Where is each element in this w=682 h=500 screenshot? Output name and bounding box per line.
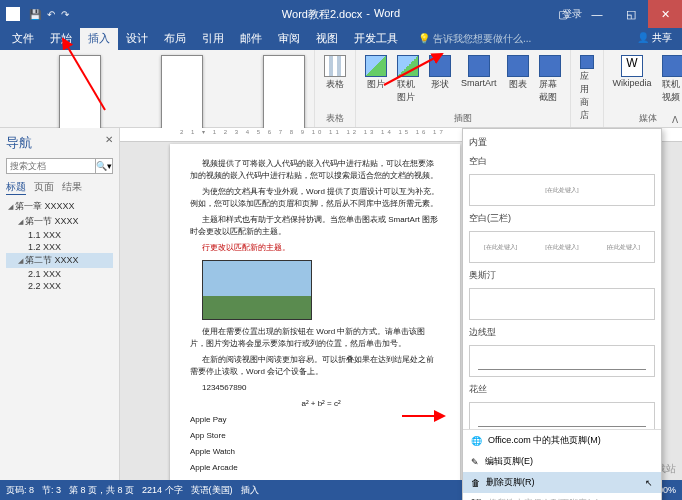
group-tables-label: 表格 (326, 112, 344, 127)
list-item: App Store (190, 430, 440, 442)
nav-tree-item[interactable]: 1.1 XXX (6, 229, 113, 241)
gallery-item-label: 边线型 (469, 323, 655, 342)
tab-home[interactable]: 开始 (42, 28, 80, 50)
paragraph: 使用在需要位置出现的新按钮在 Word 中新的方式。请单击该图片，图片旁边将会显… (190, 326, 440, 350)
gallery-item-blank3[interactable]: [在此处键入][在此处键入][在此处键入] (469, 231, 655, 263)
nav-tree-item[interactable]: ◢第二节 XXXX (6, 253, 113, 268)
gallery-item-filigree[interactable] (469, 402, 655, 429)
chart-button[interactable]: 图表 (504, 54, 532, 92)
minimize-button[interactable]: — (580, 0, 614, 28)
wikipedia-button[interactable]: WWikipedia (610, 54, 655, 89)
cursor-icon: ↖ (645, 478, 653, 488)
navigation-pane: ✕ 导航 🔍▾ 标题 页面 结果 ◢第一章 XXXXX ◢第一节 XXXX 1.… (0, 128, 120, 500)
gallery-item-label: 空白(三栏) (469, 209, 655, 228)
tab-design[interactable]: 设计 (118, 28, 156, 50)
nav-tab-pages[interactable]: 页面 (34, 180, 54, 195)
maximize-button[interactable]: ◱ (614, 0, 648, 28)
shapes-button[interactable]: 形状 (426, 54, 454, 92)
paragraph: 为使您的文档具有专业外观，Word 提供了页眉设计可以互为补充。例如，您可以添加… (190, 186, 440, 210)
paragraph: 行更改以匹配新的主题。 (190, 242, 440, 254)
title-bar: 💾↶↷ Word教程2.docx - Word 登录 ▢ — ◱ ✕ (0, 0, 682, 28)
gallery-edit-footer[interactable]: ✎编辑页脚(E) (463, 451, 661, 472)
gallery-more-office[interactable]: 🌐Office.com 中的其他页脚(M) (463, 430, 661, 451)
tab-review[interactable]: 审阅 (270, 28, 308, 50)
list-item: Apple Pay (190, 414, 440, 426)
inline-image[interactable] (202, 260, 312, 320)
nav-tree-item[interactable]: 2.2 XXX (6, 280, 113, 292)
tab-references[interactable]: 引用 (194, 28, 232, 50)
gallery-item-sideline[interactable] (469, 345, 655, 377)
collapse-ribbon-icon[interactable]: ᐱ (672, 115, 678, 125)
gallery-item-label: 空白 (469, 152, 655, 171)
paragraph: 视频提供了可将嵌入人代码的嵌入代码中进行粘贴，可以在想要添加的视频的嵌入代码中进… (190, 158, 440, 182)
group-illus-label: 插图 (454, 112, 472, 127)
nav-tree-item[interactable]: 2.1 XXX (6, 268, 113, 280)
remove-icon: 🗑 (471, 478, 480, 488)
footer-gallery: 内置 空白 [在此处键入] 空白(三栏) [在此处键入][在此处键入][在此处键… (462, 128, 662, 500)
gallery-item-label: 花丝 (469, 380, 655, 399)
online-video-button[interactable]: 联机视频 (659, 54, 682, 105)
paragraph: a² + b² = c² (190, 398, 440, 410)
gallery-section-label: 内置 (469, 133, 655, 152)
gallery-save-footer: 💾将所选内容保存到页脚库(S)... (463, 493, 661, 500)
ribbon: 封面 空白页 分页 页面 表格 表格 图片 联机图片 形状 SmartArt 图… (0, 50, 682, 128)
status-words[interactable]: 2214 个字 (142, 484, 183, 497)
nav-search-input[interactable] (6, 158, 95, 174)
nav-tree: ◢第一章 XXXXX ◢第一节 XXXX 1.1 XXX 1.2 XXX ◢第二… (6, 199, 113, 292)
page[interactable]: 视频提供了可将嵌入人代码的嵌入代码中进行粘贴，可以在想要添加的视频的嵌入代码中进… (170, 144, 460, 492)
status-page[interactable]: 页码: 8 (6, 484, 34, 497)
tab-file[interactable]: 文件 (4, 28, 42, 50)
nav-close-icon[interactable]: ✕ (105, 134, 113, 145)
doc-title: Word教程2.docx (282, 7, 363, 22)
store-button[interactable]: 应用商店 (577, 54, 597, 123)
ribbon-tabs: 文件 开始 插入 设计 布局 引用 邮件 审阅 视图 开发工具 💡告诉我您想要做… (0, 28, 682, 50)
tab-mailings[interactable]: 邮件 (232, 28, 270, 50)
paragraph: 1234567890 (190, 382, 440, 394)
nav-tree-item[interactable]: ◢第一节 XXXX (6, 214, 113, 229)
status-section[interactable]: 节: 3 (42, 484, 61, 497)
group-media-label: 媒体 (639, 112, 657, 127)
screenshot-button[interactable]: 屏幕截图 (536, 54, 564, 105)
ribbon-options-icon[interactable]: ▢ (546, 0, 580, 28)
document-area: 2 1 ▾ 1 2 3 4 5 6 7 8 9 10 11 12 13 14 1… (120, 128, 682, 500)
gallery-item-olsen[interactable] (469, 288, 655, 320)
globe-icon: 🌐 (471, 436, 482, 446)
tab-insert[interactable]: 插入 (80, 28, 118, 50)
status-insert[interactable]: 插入 (241, 484, 259, 497)
nav-tab-headings[interactable]: 标题 (6, 180, 26, 195)
table-button[interactable]: 表格 (321, 54, 349, 92)
picture-button[interactable]: 图片 (362, 54, 390, 92)
app-name: Word (374, 7, 400, 22)
paragraph: 主题和样式也有助于文档保持协调。当您单击图表或 SmartArt 图形时会更改以… (190, 214, 440, 238)
app-icon (6, 7, 20, 21)
nav-tree-item[interactable]: 1.2 XXX (6, 241, 113, 253)
gallery-item-blank[interactable]: [在此处键入] (469, 174, 655, 206)
gallery-item-label: 奥斯汀 (469, 266, 655, 285)
gallery-remove-footer[interactable]: 🗑删除页脚(R)↖ (463, 472, 661, 493)
quick-access-toolbar[interactable]: 💾↶↷ (26, 8, 72, 20)
close-button[interactable]: ✕ (648, 0, 682, 28)
tab-view[interactable]: 视图 (308, 28, 346, 50)
nav-title: 导航 (6, 134, 113, 152)
list-item: Apple Arcade (190, 462, 440, 474)
nav-tab-results[interactable]: 结果 (62, 180, 82, 195)
status-pageof[interactable]: 第 8 页，共 8 页 (69, 484, 134, 497)
tab-layout[interactable]: 布局 (156, 28, 194, 50)
nav-tree-item[interactable]: ◢第一章 XXXXX (6, 199, 113, 214)
online-picture-button[interactable]: 联机图片 (394, 54, 422, 105)
tell-me[interactable]: 💡告诉我您想要做什么... (410, 28, 539, 50)
share-button[interactable]: 👤 共享 (627, 28, 682, 50)
nav-search-icon[interactable]: 🔍▾ (95, 158, 113, 174)
status-lang[interactable]: 英语(美国) (191, 484, 233, 497)
list-item: Apple Watch (190, 446, 440, 458)
edit-icon: ✎ (471, 457, 479, 467)
smartart-button[interactable]: SmartArt (458, 54, 500, 89)
tab-devtools[interactable]: 开发工具 (346, 28, 406, 50)
paragraph: 在新的阅读视图中阅读更加容易。可以折叠如果在达到结尾处之前需要停止读取，Word… (190, 354, 440, 378)
